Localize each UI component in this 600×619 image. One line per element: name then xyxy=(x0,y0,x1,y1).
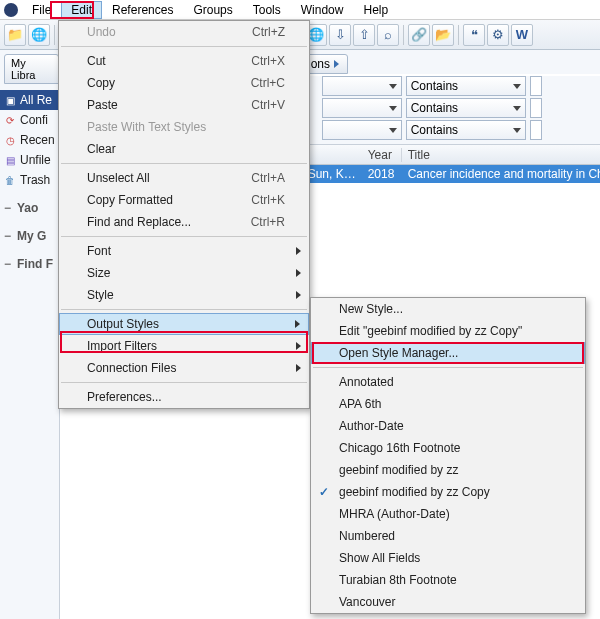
operator-combo[interactable]: Contains xyxy=(406,120,526,140)
sidebar-item-all[interactable]: ▣All Re xyxy=(0,90,59,110)
app-icon xyxy=(4,3,18,17)
caret-down-icon xyxy=(389,84,397,89)
value-input[interactable] xyxy=(530,76,542,96)
box-icon: ▤ xyxy=(4,154,16,166)
menu-item-font[interactable]: Font xyxy=(59,240,309,262)
find-icon[interactable]: ⌕ xyxy=(377,24,399,46)
menu-references[interactable]: References xyxy=(102,1,183,19)
word-icon[interactable]: W xyxy=(511,24,533,46)
menu-item-size[interactable]: Size xyxy=(59,262,309,284)
menu-edit[interactable]: Edit xyxy=(61,1,102,19)
folder-icon: ▣ xyxy=(4,94,16,106)
menu-item-label: Paste xyxy=(87,98,118,112)
settings-icon[interactable]: ⚙ xyxy=(487,24,509,46)
menu-help[interactable]: Help xyxy=(353,1,398,19)
combo-value: Contains xyxy=(411,79,458,93)
menu-item-turabian-8th-footnote[interactable]: Turabian 8th Footnote xyxy=(311,569,585,591)
menu-item-label: Style xyxy=(87,288,114,302)
sidebar-item-label: Unfile xyxy=(20,153,51,167)
menu-item-copy-formatted[interactable]: Copy FormattedCtrl+K xyxy=(59,189,309,211)
menu-item-new-style[interactable]: New Style... xyxy=(311,298,585,320)
menu-item-author-date[interactable]: Author-Date xyxy=(311,415,585,437)
th-title[interactable]: Title xyxy=(402,148,600,162)
separator xyxy=(54,25,55,45)
menu-item-label: Connection Files xyxy=(87,361,176,375)
menu-window[interactable]: Window xyxy=(291,1,354,19)
menu-item-label: MHRA (Author-Date) xyxy=(339,507,450,521)
folder-icon[interactable]: 📁 xyxy=(4,24,26,46)
menu-item-label: Cut xyxy=(87,54,106,68)
menu-item-connection-files[interactable]: Connection Files xyxy=(59,357,309,379)
menu-item-vancouver[interactable]: Vancouver xyxy=(311,591,585,613)
menu-item-label: Preferences... xyxy=(87,390,162,404)
globe-icon[interactable]: 🌐 xyxy=(28,24,50,46)
sidebar: My Libra ▣All Re ⟳Confi ◷Recen ▤Unfile 🗑… xyxy=(0,50,60,619)
menu-item-copy[interactable]: CopyCtrl+C xyxy=(59,72,309,94)
sync-icon: ⟳ xyxy=(4,114,16,126)
operator-combo[interactable]: Contains xyxy=(406,76,526,96)
menu-item-undo: UndoCtrl+Z xyxy=(59,21,309,43)
sidebar-tab[interactable]: My Libra xyxy=(4,54,59,84)
folder-open-icon[interactable]: 📂 xyxy=(432,24,454,46)
menu-separator xyxy=(61,309,307,310)
menu-item-import-filters[interactable]: Import Filters xyxy=(59,335,309,357)
menu-item-chicago-16th-footnote[interactable]: Chicago 16th Footnote xyxy=(311,437,585,459)
menu-tools[interactable]: Tools xyxy=(243,1,291,19)
sidebar-item-unfiled[interactable]: ▤Unfile xyxy=(0,150,59,170)
value-input[interactable] xyxy=(530,98,542,118)
menu-item-paste[interactable]: PasteCtrl+V xyxy=(59,94,309,116)
menu-item-label: Clear xyxy=(87,142,116,156)
quote-icon[interactable]: ❝ xyxy=(463,24,485,46)
menu-item-label: Numbered xyxy=(339,529,395,543)
submenu-arrow-icon xyxy=(295,320,300,328)
menu-item-mhra-author-date[interactable]: MHRA (Author-Date) xyxy=(311,503,585,525)
shortcut-label: Ctrl+V xyxy=(251,98,285,112)
caret-down-icon xyxy=(513,128,521,133)
menu-item-show-all-fields[interactable]: Show All Fields xyxy=(311,547,585,569)
menu-item-annotated[interactable]: Annotated xyxy=(311,371,585,393)
menu-item-find-and-replace[interactable]: Find and Replace...Ctrl+R xyxy=(59,211,309,233)
field-combo[interactable] xyxy=(322,120,402,140)
export-up-icon[interactable]: ⇧ xyxy=(353,24,375,46)
menu-item-preferences[interactable]: Preferences... xyxy=(59,386,309,408)
caret-down-icon xyxy=(513,84,521,89)
sidebar-group-mygroups[interactable]: −My G xyxy=(0,226,59,246)
export-down-icon[interactable]: ⇩ xyxy=(329,24,351,46)
menu-groups[interactable]: Groups xyxy=(183,1,242,19)
operator-combo[interactable]: Contains xyxy=(406,98,526,118)
menu-item-cut[interactable]: CutCtrl+X xyxy=(59,50,309,72)
menu-item-apa-6th[interactable]: APA 6th xyxy=(311,393,585,415)
menu-item-edit-geebinf-modified-by-zz-copy[interactable]: Edit "geebinf modified by zz Copy" xyxy=(311,320,585,342)
menu-item-geebinf-modified-by-zz-copy[interactable]: ✓geebinf modified by zz Copy xyxy=(311,481,585,503)
menu-item-label: Show All Fields xyxy=(339,551,420,565)
th-year[interactable]: Year xyxy=(362,148,402,162)
menu-item-geebinf-modified-by-zz[interactable]: geebinf modified by zz xyxy=(311,459,585,481)
menu-item-style[interactable]: Style xyxy=(59,284,309,306)
menu-item-output-styles[interactable]: Output Styles xyxy=(59,313,309,335)
field-combo[interactable] xyxy=(322,76,402,96)
menu-item-label: Find and Replace... xyxy=(87,215,191,229)
value-input[interactable] xyxy=(530,120,542,140)
sidebar-group-yao[interactable]: −Yao xyxy=(0,198,59,218)
menu-item-label: Copy Formatted xyxy=(87,193,173,207)
menu-item-label: Size xyxy=(87,266,110,280)
field-combo[interactable] xyxy=(322,98,402,118)
caret-down-icon xyxy=(389,128,397,133)
menu-item-numbered[interactable]: Numbered xyxy=(311,525,585,547)
shortcut-label: Ctrl+R xyxy=(251,215,285,229)
menu-item-label: Copy xyxy=(87,76,115,90)
menu-item-label: New Style... xyxy=(339,302,403,316)
caret-down-icon xyxy=(389,106,397,111)
sidebar-group-find[interactable]: −Find F xyxy=(0,254,59,274)
sidebar-item-configure[interactable]: ⟳Confi xyxy=(0,110,59,130)
sidebar-item-trash[interactable]: 🗑Trash xyxy=(0,170,59,190)
sidebar-item-recent[interactable]: ◷Recen xyxy=(0,130,59,150)
submenu-arrow-icon xyxy=(296,364,301,372)
menu-item-unselect-all[interactable]: Unselect AllCtrl+A xyxy=(59,167,309,189)
combo-value: Contains xyxy=(411,101,458,115)
menu-item-clear[interactable]: Clear xyxy=(59,138,309,160)
link-icon[interactable]: 🔗 xyxy=(408,24,430,46)
menu-item-label: Font xyxy=(87,244,111,258)
menu-item-open-style-manager[interactable]: Open Style Manager... xyxy=(311,342,585,364)
menu-file[interactable]: File xyxy=(22,1,61,19)
